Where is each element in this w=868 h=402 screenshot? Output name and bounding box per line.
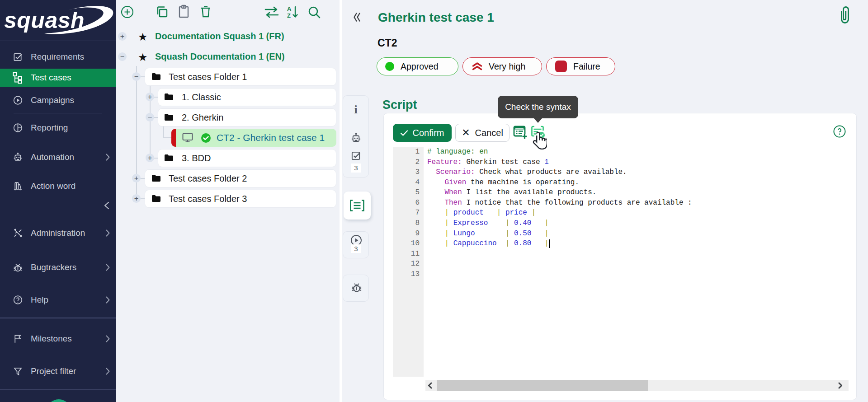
- svg-text:squash: squash: [4, 8, 85, 33]
- svg-text:A: A: [287, 5, 292, 12]
- svg-text:Z: Z: [287, 12, 291, 19]
